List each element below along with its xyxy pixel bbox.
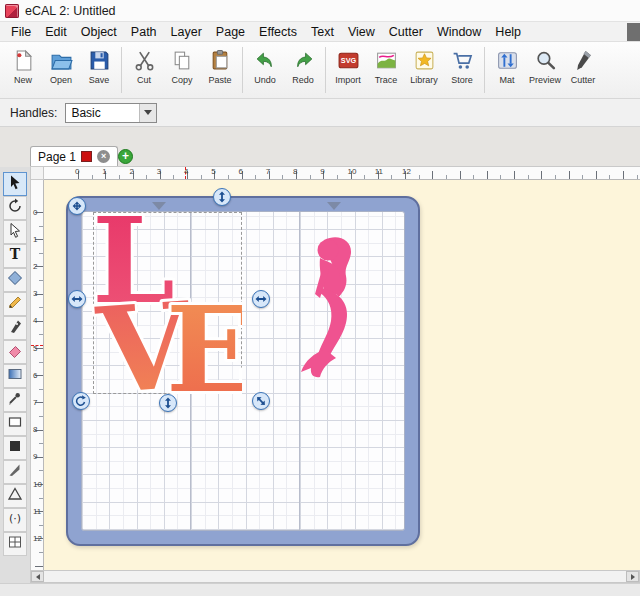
toolbar-button-label: Paste (208, 75, 231, 85)
store-button[interactable]: Store (443, 42, 481, 98)
close-tab-icon[interactable]: × (97, 150, 110, 163)
menu-item-layer[interactable]: Layer (164, 23, 209, 41)
toolbar-button-label: Cutter (571, 75, 596, 85)
horizontal-scrollbar[interactable] (30, 570, 640, 583)
grid-tool-icon (7, 534, 23, 554)
app-logo-icon (5, 4, 19, 18)
menu-item-view[interactable]: View (341, 23, 382, 41)
handles-toolbar: Handles: Basic (0, 99, 640, 127)
menu-item-file[interactable]: File (4, 23, 38, 41)
pen-tool[interactable] (3, 316, 27, 340)
copy-button[interactable]: Copy (163, 42, 201, 98)
tab-color-swatch[interactable] (81, 151, 92, 162)
menu-item-help[interactable]: Help (488, 23, 528, 41)
handles-label: Handles: (10, 106, 57, 120)
menu-item-effects[interactable]: Effects (252, 23, 304, 41)
toolbar-button-label: Open (50, 75, 72, 85)
menu-item-window[interactable]: Window (430, 23, 488, 41)
new-button[interactable]: New (4, 42, 42, 98)
polygon-tool[interactable] (3, 484, 27, 508)
tab-page-1[interactable]: Page 1 × (30, 146, 118, 166)
stretch-left-handle[interactable] (68, 290, 86, 308)
preview-button[interactable]: Preview (526, 42, 564, 98)
preview-magnifier-icon (533, 48, 557, 72)
menu-item-object[interactable]: Object (74, 23, 124, 41)
menu-item-edit[interactable]: Edit (38, 23, 74, 41)
grid-tool[interactable] (3, 532, 27, 556)
ruler-number: 10 (33, 480, 42, 489)
ruler-number: 5 (211, 167, 215, 176)
rectangle-tool[interactable] (3, 412, 27, 436)
toolbar-button-label: Redo (292, 75, 314, 85)
handles-dropdown-value: Basic (71, 106, 100, 120)
chevron-down-icon (144, 110, 152, 115)
ruler-corner (30, 166, 44, 180)
toolbar-separator (242, 47, 243, 93)
redo-button[interactable]: Redo (284, 42, 322, 98)
shape-tool[interactable] (3, 268, 27, 292)
copy-icon (170, 48, 194, 72)
rotate-handle[interactable] (72, 392, 90, 410)
cut-button[interactable]: Cut (125, 42, 163, 98)
vertical-ruler: 0123456789101112 (30, 180, 44, 570)
save-button[interactable]: Save (80, 42, 118, 98)
ruler-number: 11 (33, 507, 41, 516)
paste-button[interactable]: Paste (201, 42, 239, 98)
toolbar-button-label: Cut (137, 75, 151, 85)
love-text-design[interactable]: L V E (92, 210, 242, 394)
redo-arrow-icon (291, 48, 315, 72)
fill-tool-icon (7, 438, 23, 458)
scale-handle[interactable] (252, 392, 270, 410)
ruler-number: 10 (348, 167, 357, 176)
trace-button[interactable]: Trace (367, 42, 405, 98)
rotate-tool[interactable] (3, 196, 27, 220)
ruler-number: 1 (33, 235, 37, 244)
ruler-number: 8 (33, 425, 37, 434)
toolbar-button-label: Save (89, 75, 110, 85)
fill-tool[interactable] (3, 436, 27, 460)
scroll-left-button[interactable] (31, 571, 44, 582)
toolbar-button-label: Mat (499, 75, 514, 85)
store-cart-icon (450, 48, 474, 72)
stretch-top-handle[interactable] (213, 188, 231, 206)
page-tab-bar: Page 1 × + (0, 146, 640, 167)
open-button[interactable]: Open (42, 42, 80, 98)
svg-text:(·): (·) (9, 512, 21, 525)
toolbar-button-label: Library (410, 75, 438, 85)
stretch-right-handle[interactable] (252, 290, 270, 308)
dropdown-arrow-button[interactable] (139, 104, 156, 122)
menu-item-path[interactable]: Path (124, 23, 164, 41)
undo-button[interactable]: Undo (246, 42, 284, 98)
handles-dropdown[interactable]: Basic (65, 103, 157, 123)
eraser-tool-icon (7, 342, 23, 362)
select-tool[interactable] (3, 172, 27, 196)
knife-tool[interactable] (3, 460, 27, 484)
application-window: eCAL 2: Untitled FileEditObjectPathLayer… (0, 0, 640, 596)
mermaid-silhouette[interactable] (296, 236, 376, 378)
menu-item-text[interactable]: Text (304, 23, 341, 41)
menu-item-page[interactable]: Page (209, 23, 252, 41)
bridge-tool[interactable]: (·) (3, 508, 27, 532)
select-tool-icon (7, 174, 23, 194)
eraser-tool[interactable] (3, 340, 27, 364)
add-page-button[interactable]: + (118, 149, 133, 164)
eyedropper-tool[interactable] (3, 388, 27, 412)
ruler-number: 12 (33, 534, 42, 543)
canvas[interactable]: L V E (44, 180, 640, 570)
move-handle[interactable] (68, 197, 86, 215)
tool-palette: T(·) (3, 172, 28, 556)
stretch-bottom-handle[interactable] (159, 394, 177, 412)
library-button[interactable]: Library (405, 42, 443, 98)
menu-item-cutter[interactable]: Cutter (382, 23, 430, 41)
node-edit-tool[interactable] (3, 220, 27, 244)
polygon-tool-icon (7, 486, 23, 506)
undo-arrow-icon (253, 48, 277, 72)
cutter-button[interactable]: Cutter (564, 42, 602, 98)
import-button[interactable]: SVGImport (329, 42, 367, 98)
text-tool[interactable]: T (3, 244, 27, 268)
mat-button[interactable]: Mat (488, 42, 526, 98)
scroll-right-button[interactable] (626, 571, 639, 582)
pencil-tool[interactable] (3, 292, 27, 316)
ruler-number: 2 (130, 167, 134, 176)
gradient-tool[interactable] (3, 364, 27, 388)
